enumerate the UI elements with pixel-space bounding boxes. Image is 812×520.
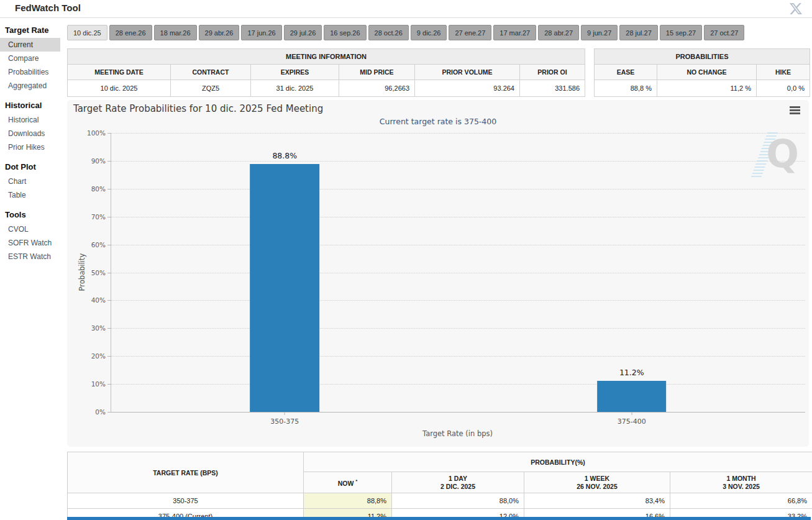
- y-axis-tick: [107, 161, 111, 162]
- probability-history-table: TARGET RATE (BPS) PROBABILITY(%) NOW * 1…: [67, 452, 812, 520]
- sidebar-item-current[interactable]: Current: [0, 38, 60, 52]
- meeting-tab-29-abr-26[interactable]: 29 abr.26: [199, 25, 240, 40]
- y-axis-label: 50%: [91, 269, 106, 276]
- y-gridline: [111, 161, 805, 162]
- col-header-expires: EXPIRES: [251, 65, 339, 80]
- col-header-contract: CONTRACT: [171, 65, 251, 80]
- meeting-information-table: MEETING INFORMATION MEETING DATE CONTRAC…: [67, 48, 585, 97]
- meeting-tab-29-jul-26[interactable]: 29 jul.26: [284, 25, 322, 40]
- y-axis-tick: [107, 356, 111, 357]
- meeting-tab-27-oct-27[interactable]: 27 oct.27: [704, 25, 744, 40]
- y-axis-label: 80%: [91, 185, 106, 193]
- y-axis-tick: [107, 328, 111, 329]
- meeting-tab-28-jul-27[interactable]: 28 jul.27: [619, 25, 658, 40]
- sidebar-nav: Target RateCurrentCompareProbabilitiesAg…: [0, 17, 67, 263]
- y-gridline: [111, 189, 805, 189]
- sidebar-heading-tools: Tools: [0, 202, 67, 222]
- y-axis-label: 20%: [91, 352, 106, 360]
- col-header-target-rate-bps: TARGET RATE (BPS): [68, 452, 304, 493]
- x-axis-tick: [631, 412, 632, 415]
- col-header-1-day: 1 DAY2 DIC. 2025: [392, 472, 524, 493]
- y-axis-label: 100%: [87, 129, 106, 137]
- sidebar-item-historical[interactable]: Historical: [0, 113, 60, 127]
- meeting-tab-18-mar-26[interactable]: 18 mar.26: [154, 25, 197, 40]
- y-axis-label: 0%: [95, 408, 106, 416]
- ease-value: 88,8 %: [595, 80, 657, 97]
- meeting-tab-17-mar-27[interactable]: 17 mar.27: [493, 25, 536, 40]
- x-social-icon[interactable]: [790, 2, 802, 15]
- meeting-tab-27-ene-27[interactable]: 27 ene.27: [449, 25, 491, 40]
- sidebar-item-sofr-watch[interactable]: SOFR Watch: [0, 236, 60, 250]
- y-axis-tick: [107, 189, 111, 189]
- sidebar-item-prior-hikes[interactable]: Prior Hikes: [0, 140, 60, 154]
- meeting-tab-28-abr-27[interactable]: 28 abr.27: [538, 25, 579, 40]
- x-axis-tick: [285, 412, 285, 415]
- meeting-tab-16-sep-26[interactable]: 16 sep.26: [324, 25, 366, 40]
- sidebar-heading-target-rate: Target Rate: [0, 17, 67, 38]
- y-axis-label: 10%: [91, 380, 106, 388]
- chart-subtitle: Current target rate is 375-400: [67, 117, 809, 126]
- sidebar-item-aggregated[interactable]: Aggregated: [0, 79, 60, 93]
- col-header-1-month: 1 MONTH3 NOV. 2025: [670, 472, 812, 493]
- sidebar-item-compare[interactable]: Compare: [0, 52, 60, 65]
- y-axis-tick: [107, 273, 111, 273]
- meeting-tab-28-ene-26[interactable]: 28 ene.26: [109, 25, 152, 40]
- y-axis-tick: [107, 217, 111, 217]
- sidebar-item-probabilities[interactable]: Probabilities: [0, 65, 60, 79]
- meeting-tab-9-dic-26[interactable]: 9 dic.26: [411, 25, 447, 40]
- probabilities-table: PROBABILITIES EASE NO CHANGE HIKE 88,8 %…: [594, 48, 810, 97]
- chart-plot-area: 0%10%20%30%40%50%60%70%80%90%100%88.8%35…: [111, 133, 805, 413]
- sidebar-item-cvol[interactable]: CVOL: [0, 222, 60, 236]
- probabilities-caption: PROBABILITIES: [595, 49, 810, 65]
- sidebar-item-downloads[interactable]: Downloads: [0, 127, 60, 140]
- hike-value: 0,0 %: [757, 80, 810, 97]
- meeting-info-caption: MEETING INFORMATION: [68, 49, 585, 65]
- meeting-tab-28-oct-26[interactable]: 28 oct.26: [368, 25, 409, 40]
- y-axis-tick: [107, 412, 111, 413]
- summary-tables-row: MEETING INFORMATION MEETING DATE CONTRAC…: [67, 48, 812, 97]
- meeting-date-tabs: 10 dic.2528 ene.2618 mar.2629 abr.2617 j…: [67, 25, 812, 40]
- y-gridline: [111, 356, 805, 357]
- col-header-prior-volume: PRIOR VOLUME: [415, 65, 520, 80]
- expires-value: 31 dic. 2025: [251, 80, 339, 97]
- no-change-value: 11,2 %: [657, 80, 757, 97]
- rate-range-cell: 350-375: [68, 493, 304, 509]
- bottom-accent-bar: [67, 517, 811, 520]
- meeting-tab-9-jun-27[interactable]: 9 jun.27: [581, 25, 618, 40]
- y-axis-label: 40%: [91, 296, 106, 304]
- y-axis-label: 30%: [91, 324, 106, 332]
- now-probability-cell: 88,8%: [304, 493, 392, 509]
- meeting-tab-17-jun-26[interactable]: 17 jun.26: [241, 25, 281, 40]
- bar-value-label: 11.2%: [619, 368, 644, 377]
- y-axis-label: 60%: [91, 241, 106, 249]
- x-axis-title: Target Rate (in bps): [111, 429, 805, 438]
- sidebar-heading-historical: Historical: [0, 93, 67, 113]
- sidebar-item-table[interactable]: Table: [0, 188, 60, 202]
- sidebar-item-estr-watch[interactable]: ESTR Watch: [0, 250, 60, 263]
- x-category-label: 350-375: [270, 417, 299, 426]
- col-header-now: NOW *: [304, 472, 392, 493]
- col-header-no-change: NO CHANGE: [657, 65, 757, 80]
- month-probability-cell: 66,8%: [670, 493, 812, 509]
- y-axis-tick: [107, 300, 111, 301]
- page-title: FedWatch Tool: [15, 2, 81, 13]
- sidebar-item-chart[interactable]: Chart: [0, 175, 60, 188]
- y-gridline: [111, 328, 805, 329]
- bar-value-label: 88.8%: [272, 151, 297, 160]
- meeting-tab-10-dic-25[interactable]: 10 dic.25: [67, 25, 107, 40]
- x-category-label: 375-400: [618, 417, 646, 426]
- prior-volume-value: 93.264: [415, 80, 520, 97]
- prior-oi-value: 331.586: [520, 80, 585, 97]
- probability-bar-375-400[interactable]: [597, 381, 667, 412]
- probability-bar-350-375[interactable]: [250, 164, 319, 412]
- meeting-date-value: 10 dic. 2025: [68, 80, 171, 97]
- mid-price-value: 96,2663: [339, 80, 415, 97]
- y-axis-label: 90%: [91, 157, 106, 165]
- meeting-tab-15-sep-27[interactable]: 15 sep.27: [660, 25, 702, 40]
- sidebar-heading-dot-plot: Dot Plot: [0, 154, 67, 175]
- col-header-prior-oi: PRIOR OI: [520, 65, 585, 80]
- app-header: FedWatch Tool: [0, 0, 812, 18]
- y-axis-title: Probability: [78, 235, 86, 309]
- chart-export-menu-icon[interactable]: [790, 106, 800, 114]
- col-group-probability: PROBABILITY(%): [304, 452, 812, 472]
